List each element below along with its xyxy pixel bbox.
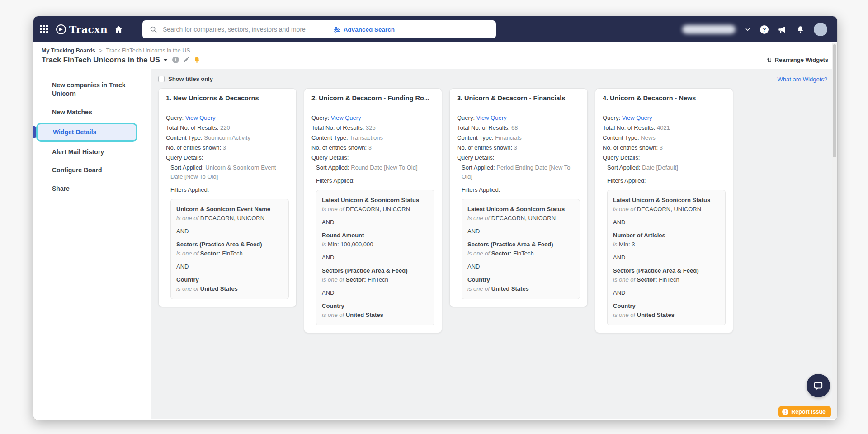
tracxn-logo[interactable]: Tracxn xyxy=(56,24,108,35)
stat-value: News xyxy=(641,134,656,141)
stat-label: Total No. of Results: xyxy=(457,124,509,131)
query-details-text: Query Details: xyxy=(603,154,640,161)
filter-name: Country xyxy=(467,275,574,284)
help-icon[interactable]: ? xyxy=(760,25,769,34)
stat-value: Soonicorn Activity xyxy=(204,134,250,141)
view-query-link[interactable]: View Query xyxy=(476,114,507,121)
stat-value: 68 xyxy=(511,124,518,131)
breadcrumb-my-tracking-boards[interactable]: My Tracking Boards xyxy=(42,47,95,54)
breadcrumb-separator: > xyxy=(99,47,102,54)
board-switch-caret-icon[interactable] xyxy=(163,59,168,61)
filters-box: Latest Unicorn & Soonicorn Statusis one … xyxy=(316,190,434,326)
sort-applied-row: Sort Applied: Round Date [New To Old] xyxy=(311,163,434,172)
widget-stat-row: Content Type: Transactions xyxy=(311,133,434,142)
widget-stat-row: Total No. of Results: 220 xyxy=(166,123,289,132)
advanced-search-button[interactable]: Advanced Search xyxy=(334,26,395,33)
stat-value: 3 xyxy=(223,144,226,151)
filter-and-label: AND xyxy=(613,288,720,297)
filter-condition: is Min: 100,000,000 xyxy=(322,240,429,249)
sort-applied-row: Sort Applied: Unicorn & Soonicorn Event … xyxy=(166,163,289,181)
widget-stat-row: No. of entries shown: 3 xyxy=(311,143,434,152)
filter-name: Sectors (Practice Area & Feed) xyxy=(322,266,429,275)
sidebar-item-new-companies-in-track-unicorn[interactable]: New companies in Track Unicorn xyxy=(33,76,151,103)
sidebar-item-new-matches[interactable]: New Matches xyxy=(33,103,151,122)
filter-and-label: AND xyxy=(322,218,429,227)
chat-bubble-icon xyxy=(812,380,824,392)
stat-label: Total No. of Results: xyxy=(603,124,655,131)
filter-operator: is one of xyxy=(322,311,344,318)
sidebar-item-configure-board[interactable]: Configure Board xyxy=(33,161,151,179)
filter-name: Latest Unicorn & Soonicorn Status xyxy=(322,196,429,205)
stat-label: No. of entries shown: xyxy=(311,144,367,151)
widget-stat-row: Total No. of Results: 68 xyxy=(457,123,580,132)
scrollbar-thumb[interactable] xyxy=(833,44,836,157)
filters-legend-divider xyxy=(213,190,289,190)
widget-card-title: 2. Unicorn & Decacorn - Funding Ro... xyxy=(304,89,442,108)
filter-operator: is one of xyxy=(613,276,635,283)
sidebar-item-alert-mail-history[interactable]: Alert Mail History xyxy=(33,143,151,161)
filter-condition: is one of United States xyxy=(322,311,429,320)
report-issue-label: Report Issue xyxy=(791,409,826,415)
sidebar-item-widget-details[interactable]: Widget Details xyxy=(36,123,137,142)
filter-and-label: AND xyxy=(467,227,574,236)
filter-and-label: AND xyxy=(467,262,574,271)
widget-stat-row: Total No. of Results: 325 xyxy=(311,123,434,132)
widget-stat-row: Content Type: News xyxy=(603,133,726,142)
filter-value-strong: Sector: xyxy=(491,250,512,257)
board-info-icon[interactable]: i xyxy=(172,57,179,63)
stat-label: Total No. of Results: xyxy=(166,124,218,131)
top-navbar: Tracxn Advanced Search ? xyxy=(33,16,837,42)
filters-applied-legend: Filters Applied: xyxy=(607,176,726,185)
filter-operator: is one of xyxy=(322,276,344,283)
sort-applied-value: Round Date [New To Old] xyxy=(351,164,417,171)
sliders-icon xyxy=(334,26,340,33)
widget-card: 3. Unicorn & Decacorn - FinancialsQuery:… xyxy=(449,88,588,307)
query-details-text: Query Details: xyxy=(166,154,203,161)
window-scrollbar[interactable] xyxy=(832,43,837,419)
stat-label: Content Type: xyxy=(311,134,348,141)
sidebar-item-share[interactable]: Share xyxy=(33,179,151,198)
filter-condition: is one of DECACORN, UNICORN xyxy=(176,214,283,223)
widget-card: 1. New Unicorns & DecacornsQuery: View Q… xyxy=(158,88,297,307)
filters-applied-legend: Filters Applied: xyxy=(316,176,434,185)
chevron-down-icon[interactable] xyxy=(745,26,751,33)
widget-card: 2. Unicorn & Decacorn - Funding Ro...Que… xyxy=(304,88,442,333)
view-query-link[interactable]: View Query xyxy=(622,114,652,121)
chat-support-button[interactable] xyxy=(807,374,830,397)
rearrange-widgets-button[interactable]: Rearrange Widgets xyxy=(766,57,828,63)
filters-legend-divider xyxy=(359,181,434,181)
filter-and-label: AND xyxy=(613,253,720,262)
widget-card-body: Query: View QueryTotal No. of Results: 2… xyxy=(159,108,296,307)
stat-label: Query: xyxy=(603,114,620,121)
report-issue-button[interactable]: ! Report Issue xyxy=(778,406,831,417)
show-titles-only-label: Show titles only xyxy=(168,75,213,82)
notifications-bell-icon[interactable] xyxy=(796,25,805,34)
widget-stat-row: Query: View Query xyxy=(311,113,434,123)
sort-applied-label: Sort Applied: xyxy=(607,164,641,171)
show-titles-only-toggle[interactable]: Show titles only xyxy=(158,75,213,82)
announcements-megaphone-icon[interactable] xyxy=(778,25,787,34)
filter-condition: is one of DECACORN, UNICORN xyxy=(322,205,429,214)
board-edit-pencil-icon[interactable] xyxy=(183,57,189,63)
filter-value-strong: Sector: xyxy=(200,250,221,257)
app-launcher-grid-icon[interactable] xyxy=(40,25,49,34)
stat-label: Total No. of Results: xyxy=(311,124,364,131)
filter-operator: is xyxy=(613,241,617,248)
view-query-link[interactable]: View Query xyxy=(331,114,361,121)
query-details-text: Query Details: xyxy=(457,154,494,161)
filter-and-label: AND xyxy=(176,262,283,271)
report-issue-exclamation-icon: ! xyxy=(782,409,788,415)
view-query-link[interactable]: View Query xyxy=(185,114,216,121)
tracxn-logo-text: Tracxn xyxy=(69,24,108,35)
sort-applied-row: Sort Applied: Period Ending Date [New To… xyxy=(457,163,580,181)
query-details-label: Query Details: xyxy=(457,153,580,162)
board-alert-bell-icon[interactable] xyxy=(193,56,201,64)
show-titles-only-checkbox[interactable] xyxy=(158,76,165,82)
home-icon[interactable] xyxy=(114,25,123,34)
user-avatar[interactable] xyxy=(814,23,827,36)
filter-operator: is one of xyxy=(467,250,490,257)
search-input[interactable] xyxy=(162,25,329,33)
filters-applied-label: Filters Applied: xyxy=(462,185,500,194)
widgets-main-panel: Show titles only What are Widgets? 1. Ne… xyxy=(151,69,837,419)
what-are-widgets-link[interactable]: What are Widgets? xyxy=(777,76,827,83)
